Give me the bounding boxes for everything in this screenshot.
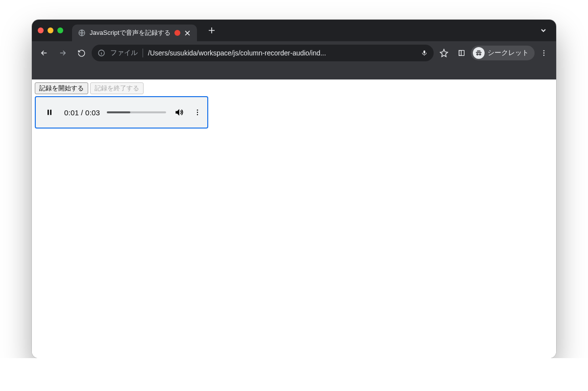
page-content: 記録を開始する 記録を終了する 0:01 / 0:03 bbox=[32, 79, 556, 358]
browser-menu-button[interactable] bbox=[536, 45, 552, 61]
svg-point-8 bbox=[543, 52, 544, 53]
browser-toolbar: ファイル /Users/susukida/workspace/js/column… bbox=[32, 41, 556, 65]
microphone-icon[interactable] bbox=[421, 50, 428, 56]
stop-recording-button[interactable]: 記録を終了する bbox=[90, 82, 144, 94]
svg-rect-3 bbox=[459, 51, 462, 56]
audio-more-button[interactable] bbox=[192, 106, 203, 118]
bookmark-button[interactable] bbox=[436, 45, 452, 61]
tab-title: JavaScriptで音声を記録する bbox=[90, 28, 171, 37]
pause-button[interactable] bbox=[42, 104, 57, 120]
reload-button[interactable] bbox=[73, 45, 90, 61]
button-row: 記録を開始する 記録を終了する bbox=[35, 82, 553, 94]
site-info-icon[interactable] bbox=[98, 49, 105, 57]
forward-button[interactable] bbox=[54, 45, 71, 61]
tab-search-button[interactable] bbox=[537, 27, 550, 34]
toolbar-right: シークレット bbox=[436, 45, 552, 61]
close-window-button[interactable] bbox=[38, 27, 44, 33]
url-text: /Users/susukida/workspace/js/column-reco… bbox=[148, 49, 416, 57]
start-recording-button[interactable]: 記録を開始する bbox=[35, 82, 88, 94]
close-tab-button[interactable] bbox=[184, 29, 191, 36]
svg-rect-11 bbox=[50, 110, 51, 115]
minimize-window-button[interactable] bbox=[48, 27, 53, 33]
svg-rect-10 bbox=[48, 110, 49, 115]
svg-point-7 bbox=[543, 50, 544, 51]
back-button[interactable] bbox=[36, 45, 52, 61]
seek-bar-fill bbox=[107, 111, 130, 113]
window-controls bbox=[38, 27, 63, 33]
current-time: 0:01 bbox=[64, 108, 79, 117]
reading-list-button[interactable] bbox=[453, 45, 470, 61]
duration: 0:03 bbox=[85, 108, 100, 117]
maximize-window-button[interactable] bbox=[57, 27, 63, 33]
audio-player: 0:01 / 0:03 bbox=[35, 96, 208, 129]
recording-indicator-icon bbox=[174, 30, 180, 36]
svg-point-13 bbox=[197, 112, 198, 113]
new-tab-button[interactable] bbox=[205, 24, 219, 37]
incognito-label: シークレット bbox=[488, 49, 529, 57]
seek-bar[interactable] bbox=[107, 111, 166, 113]
browser-window: JavaScriptで音声を記録する ファイル bbox=[32, 20, 556, 358]
globe-icon bbox=[78, 29, 86, 37]
url-scheme-label: ファイル bbox=[110, 49, 138, 57]
volume-button[interactable] bbox=[173, 106, 185, 118]
svg-point-9 bbox=[543, 54, 544, 55]
omnibox-divider bbox=[143, 49, 143, 57]
svg-point-14 bbox=[197, 114, 198, 115]
tab-strip: JavaScriptで音声を記録する bbox=[32, 20, 556, 41]
time-separator: / bbox=[79, 108, 85, 117]
svg-rect-6 bbox=[476, 52, 482, 52]
bookmark-bar bbox=[32, 65, 556, 79]
svg-point-12 bbox=[197, 109, 198, 110]
address-bar[interactable]: ファイル /Users/susukida/workspace/js/column… bbox=[92, 45, 434, 61]
playback-time: 0:01 / 0:03 bbox=[64, 108, 100, 117]
incognito-profile-chip[interactable]: シークレット bbox=[471, 46, 535, 60]
incognito-icon bbox=[473, 47, 485, 59]
browser-tab[interactable]: JavaScriptで音声を記録する bbox=[72, 25, 197, 41]
